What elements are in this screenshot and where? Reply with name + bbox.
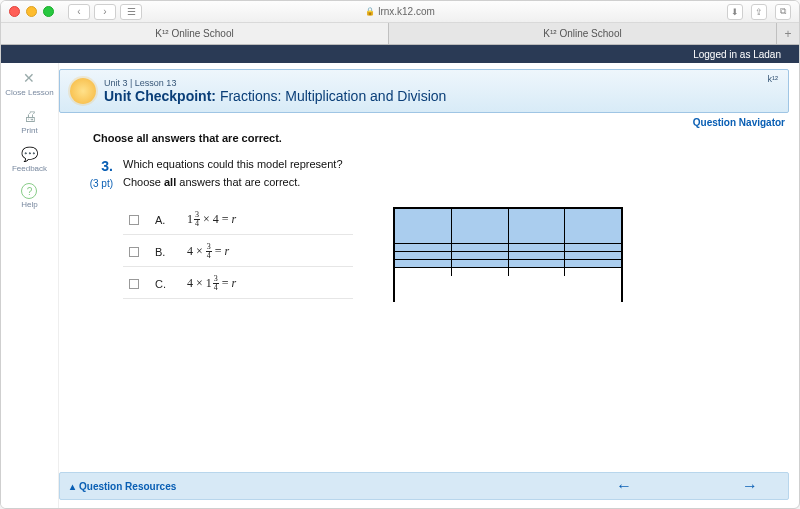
url-text: lrnx.k12.com (378, 6, 435, 17)
tab-bar: K¹² Online School K¹² Online School + (1, 23, 799, 45)
page-title: Unit Checkpoint: Fractions: Multiplicati… (104, 88, 446, 104)
checkbox[interactable] (129, 247, 139, 257)
sidebar-item-label: Feedback (12, 165, 47, 173)
login-text: Logged in as Ladan (693, 49, 781, 60)
chevron-up-icon: ▴ (70, 481, 75, 492)
answer-label: B. (155, 246, 171, 258)
lesson-banner: Unit 3 | Lesson 13 Unit Checkpoint: Frac… (59, 69, 789, 113)
tabs-icon[interactable]: ⧉ (775, 4, 791, 20)
print-icon: 🖨 (19, 107, 41, 125)
question-sub-instruction: Choose all answers that are correct. (123, 176, 343, 188)
share-icon[interactable]: ⇪ (751, 4, 767, 20)
window-zoom-icon[interactable] (43, 6, 54, 17)
answer-option-b[interactable]: B. 4 × 34 = r (123, 239, 353, 267)
sidebar-item-feedback[interactable]: 💬 Feedback (12, 145, 47, 173)
sidebar-item-label: Close Lesson (5, 89, 53, 97)
sidebar-item-label: Help (21, 201, 37, 209)
left-sidebar: ✕ Close Lesson 🖨 Print 💬 Feedback ? Help (1, 63, 59, 508)
answer-list: A. 134 × 4 = r B. 4 × (123, 207, 353, 302)
forward-button[interactable]: › (94, 4, 116, 20)
help-icon: ? (21, 183, 37, 199)
answer-label: C. (155, 278, 171, 290)
sidebar-item-label: Print (21, 127, 37, 135)
sidebar-toggle-icon[interactable]: ☰ (120, 4, 142, 20)
question-resources-button[interactable]: ▴ Question Resources (70, 481, 176, 492)
address-bar[interactable]: 🔒 lrnx.k12.com (365, 6, 435, 17)
next-question-button[interactable]: → (742, 477, 758, 495)
window-close-icon[interactable] (9, 6, 20, 17)
tab-label: K¹² Online School (543, 28, 621, 39)
close-lesson-icon: ✕ (18, 69, 40, 87)
browser-tab[interactable]: K¹² Online School (1, 23, 389, 44)
lock-icon: 🔒 (365, 7, 375, 16)
tab-label: K¹² Online School (155, 28, 233, 39)
sun-icon (70, 78, 96, 104)
page-instruction: Choose all answers that are correct. (93, 132, 779, 144)
question-navigator-link[interactable]: Question Navigator (693, 117, 785, 128)
feedback-icon: 💬 (18, 145, 40, 163)
prev-question-button[interactable]: ← (616, 477, 632, 495)
browser-tab[interactable]: K¹² Online School (389, 23, 777, 44)
sidebar-item-print[interactable]: 🖨 Print (19, 107, 41, 135)
fraction-model-diagram (393, 207, 623, 302)
answer-label: A. (155, 214, 171, 226)
footer-bar: ▴ Question Resources ← → (59, 472, 789, 500)
back-button[interactable]: ‹ (68, 4, 90, 20)
question-stem: Which equations could this model represe… (123, 158, 343, 170)
answer-math: 4 × 34 = r (187, 243, 229, 260)
answer-math: 134 × 4 = r (187, 211, 236, 228)
new-tab-button[interactable]: + (777, 23, 799, 44)
sidebar-item-help[interactable]: ? Help (21, 183, 37, 209)
download-icon[interactable]: ⬇ (727, 4, 743, 20)
question-points: (3 pt) (89, 178, 113, 189)
checkbox[interactable] (129, 215, 139, 225)
window-minimize-icon[interactable] (26, 6, 37, 17)
question-resources-label: Question Resources (79, 481, 176, 492)
browser-window: ‹ › ☰ 🔒 lrnx.k12.com ⬇ ⇪ ⧉ K¹² Online Sc… (0, 0, 800, 509)
k12-logo: k¹² (768, 74, 779, 84)
titlebar: ‹ › ☰ 🔒 lrnx.k12.com ⬇ ⇪ ⧉ (1, 1, 799, 23)
question-number: 3. (89, 158, 113, 174)
answer-math: 4 × 134 = r (187, 275, 236, 292)
breadcrumb: Unit 3 | Lesson 13 (104, 78, 446, 88)
answer-option-a[interactable]: A. 134 × 4 = r (123, 207, 353, 235)
sidebar-item-close-lesson[interactable]: ✕ Close Lesson (5, 69, 53, 97)
answer-option-c[interactable]: C. 4 × 134 = r (123, 271, 353, 299)
login-bar: Logged in as Ladan (1, 45, 799, 63)
checkbox[interactable] (129, 279, 139, 289)
